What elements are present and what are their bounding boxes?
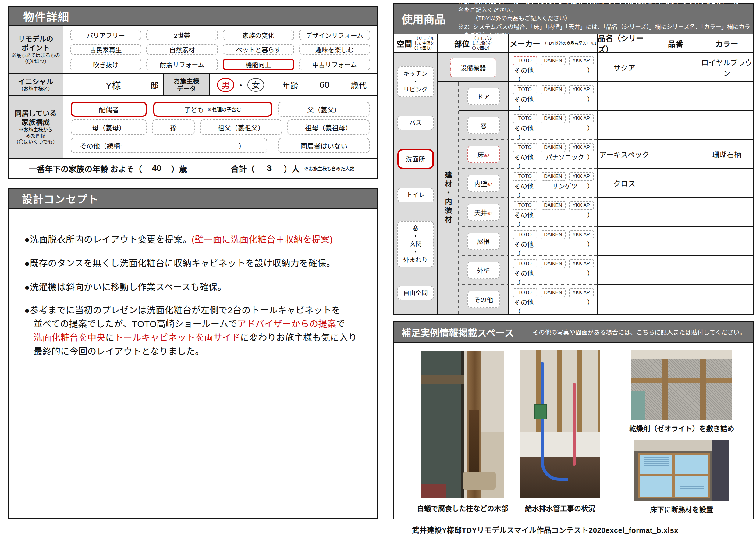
- option-barrier-free[interactable]: バリアフリー: [70, 30, 141, 40]
- maker-toto-selected[interactable]: TOTO: [513, 56, 537, 65]
- family-other-relation[interactable]: その他（続柄: ）: [71, 138, 267, 153]
- gender-male-selected[interactable]: 男: [217, 78, 234, 92]
- product-name[interactable]: [598, 111, 652, 140]
- part-innerwall[interactable]: 内壁※2: [468, 175, 500, 192]
- maker-daiken[interactable]: DAIKEN: [541, 143, 565, 152]
- product-number[interactable]: [652, 53, 700, 82]
- option-function-improve-selected[interactable]: 機能向上: [223, 59, 294, 70]
- product-number[interactable]: [652, 169, 700, 198]
- maker-other-value-sangetsu[interactable]: サンゲツ: [542, 181, 587, 190]
- part-outerwall[interactable]: 外壁: [468, 262, 500, 279]
- product-color[interactable]: [700, 198, 753, 227]
- product-color[interactable]: [700, 169, 753, 198]
- maker-toto[interactable]: TOTO: [513, 230, 537, 239]
- maker-ykkap[interactable]: YKK AP: [569, 56, 594, 65]
- part-window[interactable]: 窓: [468, 117, 500, 134]
- maker-daiken[interactable]: DAIKEN: [541, 201, 565, 210]
- maker-toto[interactable]: TOTO: [513, 85, 537, 94]
- option-atrium[interactable]: 吹き抜け: [70, 59, 141, 70]
- family-grandchild[interactable]: 孫: [152, 120, 195, 135]
- option-family-change[interactable]: 家族の変化: [223, 30, 294, 40]
- product-name-archispec[interactable]: アーキスペック: [598, 140, 652, 169]
- product-name[interactable]: [598, 256, 652, 285]
- maker-daiken[interactable]: DAIKEN: [541, 56, 565, 65]
- option-with-pets[interactable]: ペットと暮らす: [223, 44, 294, 55]
- part-equipment-selected[interactable]: 設備機器: [450, 58, 497, 77]
- option-natural-material[interactable]: 自然素材: [146, 44, 218, 55]
- family-spouse-selected[interactable]: 配偶者: [71, 101, 147, 117]
- space-toilet[interactable]: トイレ: [397, 188, 434, 202]
- owner-initial-value[interactable]: Y様 邸: [63, 74, 164, 96]
- maker-daiken[interactable]: DAIKEN: [541, 230, 565, 239]
- product-color-royalbrown[interactable]: ロイヤルブラウン: [700, 53, 753, 82]
- maker-toto[interactable]: TOTO: [513, 288, 537, 297]
- product-number[interactable]: [652, 198, 700, 227]
- family-grandmother[interactable]: 祖母（義祖母）: [287, 120, 370, 135]
- maker-other-value-panasonic[interactable]: パナソニック: [542, 152, 587, 161]
- family-no-cohabitant[interactable]: 同居者はいない: [278, 138, 370, 153]
- product-name[interactable]: [598, 82, 652, 111]
- option-two-households[interactable]: 2世帯: [146, 30, 218, 40]
- product-color[interactable]: [700, 111, 753, 140]
- family-label: 同居している 家族構成 ※お施主様から みた関係 （〇はいくつでも）: [9, 96, 63, 158]
- product-color[interactable]: [700, 256, 753, 285]
- maker-daiken[interactable]: DAIKEN: [541, 172, 565, 181]
- maker-daiken[interactable]: DAIKEN: [541, 85, 565, 94]
- maker-ykkap[interactable]: YKK AP: [569, 230, 594, 239]
- product-name[interactable]: [598, 285, 652, 314]
- part-roof[interactable]: 屋根: [468, 233, 500, 250]
- product-name[interactable]: [598, 227, 652, 256]
- product-number[interactable]: [652, 140, 700, 169]
- product-number[interactable]: [652, 256, 700, 285]
- maker-ykkap[interactable]: YKK AP: [569, 201, 594, 210]
- maker-toto[interactable]: TOTO: [513, 143, 537, 152]
- space-washroom-selected[interactable]: 洗面所: [397, 149, 434, 169]
- youngest-age-value[interactable]: 40: [142, 163, 171, 173]
- option-seismic-reform[interactable]: 耐震リフォーム: [146, 59, 218, 70]
- part-door[interactable]: ドア: [468, 88, 500, 105]
- age-value[interactable]: 60: [319, 80, 329, 90]
- part-other[interactable]: その他: [468, 291, 500, 308]
- product-color[interactable]: [700, 227, 753, 256]
- maker-daiken[interactable]: DAIKEN: [541, 288, 565, 297]
- product-name-cloth[interactable]: クロス: [598, 169, 652, 198]
- maker-ykkap[interactable]: YKK AP: [569, 85, 594, 94]
- maker-toto[interactable]: TOTO: [513, 114, 537, 123]
- maker-ykkap[interactable]: YKK AP: [569, 172, 594, 181]
- product-color-coral[interactable]: 珊瑚石柄: [700, 140, 753, 169]
- product-color[interactable]: [700, 82, 753, 111]
- space-kitchen-living[interactable]: キッチン ・ リビング: [397, 67, 434, 97]
- product-color[interactable]: [700, 285, 753, 314]
- maker-ykkap[interactable]: YKK AP: [569, 259, 594, 268]
- family-total-value[interactable]: 3: [255, 163, 284, 173]
- maker-toto[interactable]: TOTO: [513, 172, 537, 181]
- option-design-reform[interactable]: デザインリフォーム: [299, 30, 370, 40]
- family-child-selected[interactable]: 子ども ※義理の子含む: [153, 101, 272, 117]
- maker-toto[interactable]: TOTO: [513, 259, 537, 268]
- product-number[interactable]: [652, 227, 700, 256]
- maker-ykkap[interactable]: YKK AP: [569, 288, 594, 297]
- option-used-reform[interactable]: 中古リフォーム: [299, 59, 370, 70]
- product-name[interactable]: [598, 198, 652, 227]
- family-grandfather[interactable]: 祖父（義祖父）: [200, 120, 282, 135]
- maker-ykkap[interactable]: YKK AP: [569, 143, 594, 152]
- product-name-sacua[interactable]: サクア: [598, 53, 652, 82]
- product-number[interactable]: [652, 285, 700, 314]
- part-floor-selected[interactable]: 床※2: [468, 146, 500, 163]
- space-free[interactable]: 自由空間: [397, 286, 434, 300]
- product-number[interactable]: [652, 82, 700, 111]
- part-ceiling[interactable]: 天井※2: [468, 204, 500, 221]
- space-bath[interactable]: バス: [397, 116, 434, 130]
- option-hobby[interactable]: 趣味を楽しむ: [299, 44, 370, 55]
- family-father[interactable]: 父（義父）: [278, 101, 370, 117]
- family-mother[interactable]: 母（義母）: [71, 120, 147, 135]
- maker-daiken[interactable]: DAIKEN: [541, 114, 565, 123]
- space-window-entrance[interactable]: 窓 ・ 玄関 ・ 外まわり: [397, 221, 434, 268]
- product-number[interactable]: [652, 111, 700, 140]
- maker-toto[interactable]: TOTO: [513, 201, 537, 210]
- gender-female[interactable]: 女: [247, 78, 264, 92]
- maker-ykkap[interactable]: YKK AP: [569, 114, 594, 123]
- maker-daiken[interactable]: DAIKEN: [541, 259, 565, 268]
- option-kominka[interactable]: 古民家再生: [70, 44, 141, 55]
- building-material-strip: 建材・内装材: [438, 82, 459, 314]
